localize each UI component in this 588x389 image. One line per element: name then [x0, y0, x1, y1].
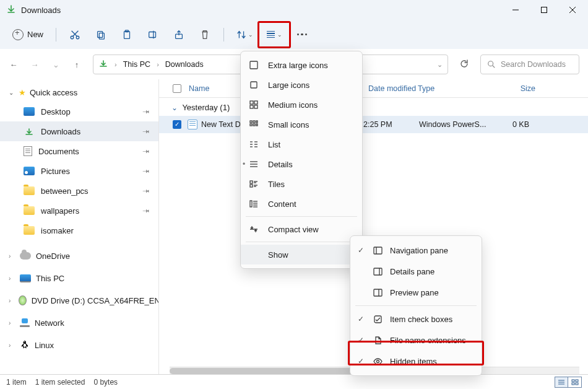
separator [246, 242, 357, 242]
menu-item-details-pane[interactable]: Details pane [350, 261, 482, 282]
menu-item-extra-large-icons[interactable]: Extra large icons [241, 55, 362, 75]
sidebar-item-dvd[interactable]: › DVD Drive (D:) CCSA_X64FRE_EN-US_DV9 [0, 291, 158, 310]
menu-item-tiles[interactable]: Tiles [241, 174, 362, 194]
chevron-right-icon[interactable]: › [157, 61, 159, 68]
content-icon [249, 199, 259, 208]
menu-item-hidden-items[interactable]: ✓Hidden items [350, 351, 482, 372]
maximize-button[interactable] [530, 0, 558, 20]
rename-button[interactable] [141, 24, 165, 46]
bullet-icon: • [243, 160, 245, 168]
breadcrumb-root[interactable]: This PC [123, 60, 150, 69]
menu-item-preview-pane[interactable]: Preview pane [350, 282, 482, 303]
file-checkbox[interactable]: ✓ [173, 120, 181, 129]
sidebar-item-folder[interactable]: isomaker [0, 221, 158, 240]
sidebar-item-documents[interactable]: Documents 📌︎ [0, 141, 158, 161]
column-type[interactable]: Type [418, 84, 492, 93]
thumbnails-view-button[interactable] [568, 377, 582, 388]
sidebar-item-linux[interactable]: › 🐧︎ Linux [0, 336, 158, 354]
svg-rect-61 [576, 380, 578, 382]
navigation-pane: ⌄ ★ Quick access Desktop 📌︎ Downloads 📌︎… [0, 79, 159, 374]
svg-rect-12 [149, 32, 156, 37]
sidebar-item-pictures[interactable]: Pictures 📌︎ [0, 161, 158, 181]
more-button[interactable] [290, 24, 314, 46]
menu-item-small-icons[interactable]: Small icons [241, 115, 362, 134]
sort-button[interactable]: ⌄ [230, 24, 259, 46]
menu-item-extensions[interactable]: ✓File name extensions [350, 330, 482, 351]
window-title: Downloads [21, 6, 61, 15]
search-box[interactable]: Search Downloads [480, 55, 579, 74]
group-header[interactable]: ⌄ Yesterday (1) [159, 98, 588, 116]
file-type: Windows PowerS... [419, 120, 493, 129]
sidebar-item-folder[interactable]: between_pcs 📌︎ [0, 181, 158, 201]
forward-button[interactable]: → [30, 60, 40, 69]
star-icon: ★ [19, 88, 26, 97]
svg-line-16 [493, 66, 495, 68]
svg-rect-26 [250, 124, 252, 126]
check-icon: ✓ [358, 315, 365, 323]
svg-rect-55 [374, 316, 381, 323]
menu-item-show[interactable]: Show› [241, 245, 362, 264]
chevron-down-icon: ⌄ [277, 32, 282, 38]
svg-point-15 [488, 61, 493, 66]
close-button[interactable] [558, 0, 587, 20]
sidebar-item-downloads[interactable]: Downloads 📌︎ [0, 121, 158, 141]
menu-item-large-icons[interactable]: Large icons [241, 75, 362, 95]
search-icon [487, 60, 496, 69]
svg-rect-41 [250, 185, 253, 187]
up-button[interactable]: ↑ [72, 60, 82, 69]
search-placeholder: Search Downloads [501, 60, 566, 69]
checkbox-icon [373, 315, 383, 324]
status-count: 1 item [6, 378, 27, 387]
menu-item-checkboxes[interactable]: ✓Item check boxes [350, 308, 482, 330]
sidebar-item-desktop[interactable]: Desktop 📌︎ [0, 102, 158, 121]
menu-item-medium-icons[interactable]: Medium icons [241, 95, 362, 115]
copy-button[interactable] [89, 24, 113, 46]
sidebar-item-folder[interactable]: wallpapers 📌︎ [0, 201, 158, 221]
svg-rect-51 [374, 268, 382, 275]
menu-item-navigation-pane[interactable]: ✓Navigation pane [350, 240, 482, 261]
sidebar-item-thispc[interactable]: › This PC [0, 269, 158, 287]
svg-rect-22 [254, 105, 257, 108]
delete-button[interactable] [192, 24, 217, 46]
back-button[interactable]: ← [9, 60, 19, 69]
quick-access-node[interactable]: ⌄ ★ Quick access [0, 83, 158, 102]
svg-rect-25 [256, 121, 257, 123]
grid-icon [249, 61, 259, 69]
chevron-right-icon[interactable]: › [115, 61, 117, 68]
menu-item-compact-view[interactable]: Compact view [241, 219, 362, 239]
column-size[interactable]: Size [492, 84, 535, 93]
recent-button[interactable]: ⌄ [51, 60, 61, 69]
paste-button[interactable] [115, 24, 139, 46]
cut-button[interactable] [63, 24, 87, 46]
view-button[interactable]: ⌄ [260, 24, 288, 46]
svg-point-5 [76, 36, 79, 39]
chevron-right-icon: › [9, 253, 15, 260]
svg-rect-9 [99, 33, 104, 39]
pane-icon [373, 246, 383, 255]
svg-rect-44 [250, 201, 252, 207]
chevron-right-icon: › [9, 342, 15, 349]
menu-item-details[interactable]: •Details [241, 154, 362, 174]
status-bar: 1 item 1 item selected 0 bytes [0, 374, 588, 389]
details-view-button[interactable] [555, 377, 568, 388]
menu-item-list[interactable]: List [241, 134, 362, 154]
separator [355, 305, 477, 306]
refresh-button[interactable] [459, 59, 469, 71]
address-dropdown-button[interactable]: ⌄ [437, 61, 443, 69]
file-row[interactable]: ✓ New Text Document 2:25 PM Windows Powe… [159, 116, 588, 133]
file-size: 0 KB [493, 120, 537, 129]
new-button[interactable]: New [6, 25, 50, 44]
sidebar-item-onedrive[interactable]: › OneDrive [0, 247, 158, 265]
separator [223, 28, 224, 42]
svg-rect-53 [374, 289, 382, 296]
svg-rect-21 [250, 105, 253, 108]
show-submenu: ✓Navigation pane Details pane Preview pa… [350, 235, 482, 376]
breadcrumb-current[interactable]: Downloads [165, 60, 204, 69]
select-all-checkbox[interactable] [173, 84, 181, 93]
menu-item-content[interactable]: Content [241, 194, 362, 214]
status-bytes: 0 bytes [93, 378, 118, 387]
share-button[interactable] [166, 24, 191, 46]
sidebar-item-network[interactable]: › Network [0, 313, 158, 332]
minimize-button[interactable] [501, 0, 530, 20]
onedrive-icon [20, 252, 31, 260]
